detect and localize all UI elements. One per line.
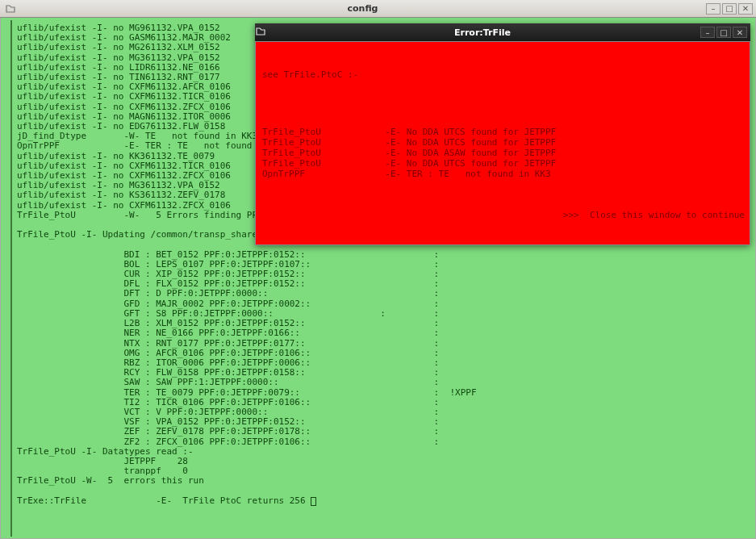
error-app-icon bbox=[255, 26, 266, 40]
terminal-line: SAW : SAW PPF:1:JETPPF:0000:: : bbox=[17, 378, 723, 387]
maximize-button[interactable]: □ bbox=[722, 3, 737, 15]
error-window-title: Error:TrFile bbox=[266, 27, 699, 38]
error-header-line: see TrFile.PtoC :- bbox=[262, 69, 745, 80]
terminal-line: NTX : RNT_0177 PPF:0:JETPPF:0177:: : bbox=[17, 339, 723, 349]
terminal-line: TER : TE_0079 PPF:0:JETPPF:0079:: : !XPP… bbox=[17, 388, 723, 398]
minimize-button[interactable]: – bbox=[706, 3, 720, 15]
error-minimize-button[interactable]: – bbox=[700, 27, 715, 38]
main-window-controls: – □ ✕ bbox=[704, 3, 753, 15]
error-window-controls: – □ ✕ bbox=[699, 27, 747, 38]
error-maximize-button[interactable]: □ bbox=[716, 27, 731, 38]
terminal-line: TrExe::TrFile -E- TrFile PtoC returns 25… bbox=[17, 496, 723, 506]
error-lines: TrFile_PtoU -E- No DDA UTCS found for JE… bbox=[262, 127, 745, 179]
app-icon bbox=[3, 2, 18, 16]
error-body[interactable]: see TrFile.PtoC :- TrFile_PtoU -E- No DD… bbox=[255, 41, 750, 245]
main-window-title: config bbox=[21, 3, 704, 14]
error-close-button[interactable]: ✕ bbox=[733, 27, 747, 38]
close-button[interactable]: ✕ bbox=[738, 3, 753, 15]
terminal-line: NER : NE_0166 PPF:0:JETPPF:0166:: : bbox=[17, 328, 723, 338]
terminal-line: ZEF : ZEFV_0178 PPF:0:JETPPF:0178:: : bbox=[17, 427, 723, 437]
error-titlebar: Error:TrFile – □ ✕ bbox=[255, 23, 750, 41]
error-line: TrFile_PtoU -E- No DDA UTCS found for JE… bbox=[262, 127, 745, 137]
error-line: OpnTrPPF -E- TER : TE not found in KK3 bbox=[262, 169, 745, 179]
error-footer: >>> Close this window to continue bbox=[262, 210, 745, 220]
error-line: TrFile_PtoU -E- No DDA ASAW found for JE… bbox=[262, 148, 745, 158]
terminal-line: ZF2 : ZFCX_0106 PPF:0:JETPPF:0106:: : bbox=[17, 437, 723, 447]
error-line: TrFile_PtoU -E- No DDA UTCS found for JE… bbox=[262, 137, 745, 148]
error-line: TrFile_PtoU -E- No DDA UTCS found for JE… bbox=[262, 158, 745, 169]
terminal-line: DFT : D PPF:0:JETPPF:0000:: : bbox=[17, 289, 723, 299]
error-window: Error:TrFile – □ ✕ see TrFile.PtoC :- Tr… bbox=[255, 23, 750, 245]
terminal-line: TrFile_PtoU -W- 5 errors this run bbox=[17, 476, 723, 486]
terminal-line bbox=[17, 487, 723, 496]
main-titlebar: config – □ ✕ bbox=[0, 0, 756, 18]
cursor bbox=[311, 497, 316, 506]
